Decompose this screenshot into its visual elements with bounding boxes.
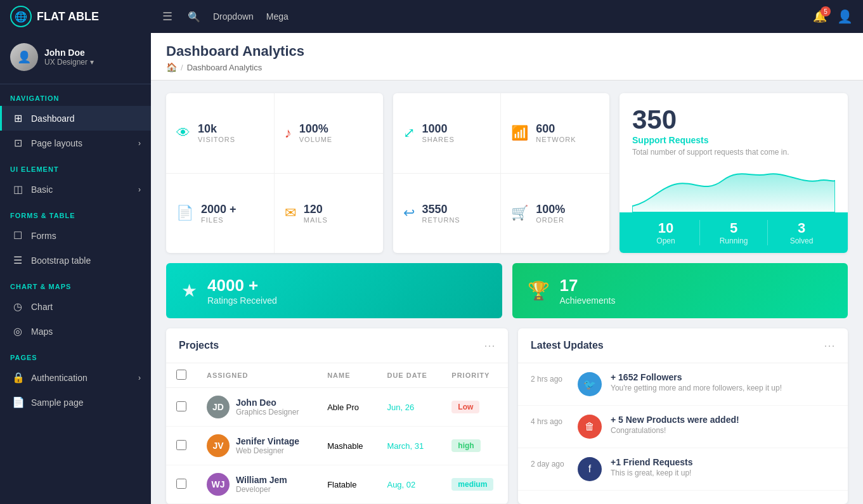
network-value: 600 [536, 122, 576, 136]
avatar: 👤 [10, 43, 38, 71]
project-person-name: John Deo [236, 397, 299, 408]
user-icon[interactable]: 👤 [837, 9, 853, 24]
table-icon: ☰ [12, 254, 23, 266]
shares-icon: ⤢ [403, 125, 415, 141]
projects-table: ASSIGNED NAME DUE DATE PRIORITY JD [166, 363, 508, 504]
banner-ratings: ★ 4000 + Ratings Received [166, 263, 502, 318]
support-number: 350 [632, 105, 835, 135]
mega-link[interactable]: Mega [266, 11, 289, 22]
updates-menu-icon[interactable]: ⋯ [824, 339, 835, 352]
order-icon: 🛒 [511, 205, 528, 221]
sidebar-item-chart[interactable]: ◷ Chart [0, 294, 151, 319]
bottom-row: Projects ⋯ ASSIGNED NAME DUE DATE PRIORI… [166, 328, 848, 504]
row-checkbox-2[interactable] [176, 479, 186, 489]
auth-icon: 🔒 [12, 372, 23, 384]
notification-bell[interactable]: 🔔 5 [813, 10, 827, 23]
returns-value: 3550 [422, 203, 460, 216]
priority-badge: medium [451, 478, 493, 491]
mails-icon: ✉ [285, 205, 296, 221]
mails-value: 120 [304, 203, 328, 216]
row-checkbox-0[interactable] [176, 401, 186, 411]
shares-label: SHARES [422, 136, 455, 143]
update-subtitle: You're getting more and more followers, … [611, 384, 782, 392]
stat-network: 📶 600 NETWORK [501, 93, 609, 174]
project-person-name: Jenifer Vintage [236, 436, 299, 446]
network-icon: 📶 [511, 125, 528, 141]
support-open: 10 Open [632, 220, 699, 245]
update-title: + 1652 Followers [611, 372, 782, 382]
select-all-checkbox[interactable] [176, 370, 186, 380]
arrow-icon-auth: › [138, 373, 141, 382]
stats-card-1: 👁 10k VISITORS ♪ 100% VOLUME [166, 93, 383, 253]
project-person-role: Web Designer [236, 446, 299, 455]
project-name: Able Pro [317, 388, 377, 427]
order-value: 100% [536, 203, 565, 216]
stats-card-2: ⤢ 1000 SHARES 📶 600 NETWORK [393, 93, 610, 253]
section-label-pages: Pages [0, 344, 151, 365]
update-time: 4 hrs ago [531, 415, 569, 426]
col-assigned: ASSIGNED [197, 363, 317, 388]
project-person-role: Graphics Designer [236, 408, 299, 417]
stat-files: 📄 2000 + FILES [166, 174, 275, 254]
arrow-icon-basic: › [138, 185, 141, 194]
logo-icon: 🌐 [10, 6, 32, 27]
sidebar-role: UX Designer ▾ [44, 58, 94, 67]
files-value: 2000 + [201, 203, 237, 216]
shares-value: 1000 [422, 122, 455, 136]
col-due: DUE DATE [377, 363, 441, 388]
update-subtitle: This is great, keep it up! [611, 468, 693, 477]
topnav: 🌐 FLAT ABLE ☰ 🔍 Dropdown Mega 🔔 5 👤 [0, 0, 863, 33]
achievements-label: Achievements [560, 295, 616, 306]
files-label: FILES [201, 216, 237, 224]
section-label-ui: UI Element [0, 155, 151, 177]
banners-row: ★ 4000 + Ratings Received 🏆 17 Achieveme… [166, 263, 848, 318]
hamburger-icon[interactable]: ☰ [162, 10, 172, 23]
sidebar-profile: 👤 John Doe UX Designer ▾ [0, 33, 151, 84]
sidebar-item-sample-page[interactable]: 📄 Sample page [0, 390, 151, 415]
update-item: 4 hrs ago 🗑 + 5 New Products were added!… [518, 406, 848, 448]
dashboard-content: 👁 10k VISITORS ♪ 100% VOLUME [151, 81, 863, 504]
app-logo[interactable]: 🌐 FLAT ABLE [10, 6, 150, 27]
projects-header: Projects ⋯ [166, 328, 508, 363]
sidebar-item-page-layouts[interactable]: ⊡ Page layouts › [0, 131, 151, 155]
volume-label: VOLUME [299, 136, 332, 143]
project-avatar: JD [207, 396, 230, 418]
ratings-label: Ratings Received [207, 295, 277, 306]
updates-card: Latest Updates ⋯ 2 hrs ago 🐦 + 1652 Foll… [518, 328, 848, 504]
visitors-icon: 👁 [176, 125, 190, 141]
topnav-links: Dropdown Mega [213, 11, 289, 22]
row-checkbox-1[interactable] [176, 440, 186, 450]
trophy-icon: 🏆 [528, 280, 550, 301]
page-header: Dashboard Analytics 🏠 / Dashboard Analyt… [151, 33, 863, 81]
update-icon: 🗑 [578, 415, 602, 439]
update-item: 2 hrs ago 🐦 + 1652 Followers You're gett… [518, 363, 848, 406]
project-due-date: March, 31 [377, 427, 441, 465]
project-avatar: WJ [207, 473, 230, 496]
sidebar-item-authentication[interactable]: 🔒 Authentication › [0, 365, 151, 390]
breadcrumb: 🏠 / Dashboard Analytics [166, 62, 848, 72]
sidebar-item-forms[interactable]: ☐ Forms [0, 223, 151, 248]
projects-menu-icon[interactable]: ⋯ [484, 339, 495, 352]
search-icon[interactable]: 🔍 [188, 11, 200, 23]
sidebar-item-maps[interactable]: ◎ Maps [0, 319, 151, 344]
update-time: 2 hrs ago [531, 372, 569, 384]
sidebar-item-basic[interactable]: ◫ Basic › [0, 177, 151, 202]
updates-header: Latest Updates ⋯ [518, 328, 848, 363]
dropdown-link[interactable]: Dropdown [213, 11, 254, 22]
sidebar-item-dashboard[interactable]: ⊞ Dashboard [0, 106, 151, 131]
returns-icon: ↩ [403, 205, 415, 221]
project-due-date: Aug, 02 [377, 465, 441, 504]
arrow-icon: › [138, 139, 141, 148]
stat-volume: ♪ 100% VOLUME [275, 93, 383, 174]
breadcrumb-home-icon[interactable]: 🏠 [166, 62, 177, 72]
project-name: Mashable [317, 427, 377, 465]
update-subtitle: Congratulations! [611, 426, 739, 435]
breadcrumb-current: Dashboard Analytics [187, 63, 263, 72]
visitors-value: 10k [198, 122, 235, 136]
project-person-role: Developer [236, 485, 287, 494]
sidebar-item-bootstrap-table[interactable]: ☰ Bootstrap table [0, 248, 151, 273]
project-due-date: Jun, 26 [377, 388, 441, 427]
notification-badge: 5 [821, 6, 831, 16]
table-row: JD John Deo Graphics Designer Able Pro J… [166, 388, 508, 427]
sample-icon: 📄 [12, 396, 23, 408]
